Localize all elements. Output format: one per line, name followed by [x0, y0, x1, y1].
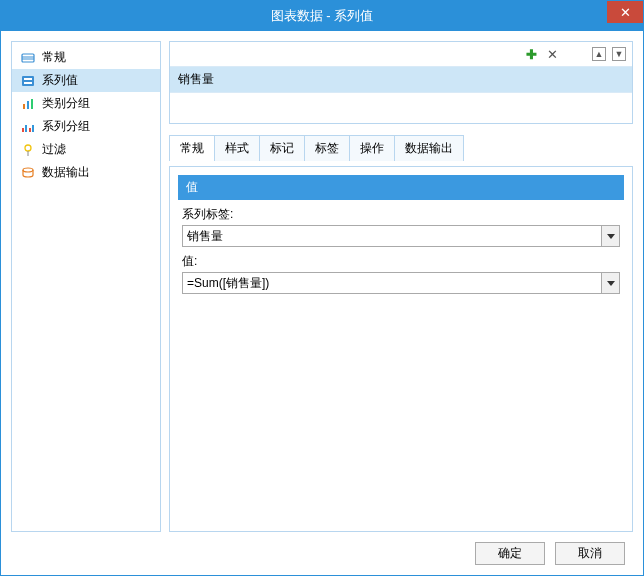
tab-action[interactable]: 操作 — [350, 135, 395, 161]
svg-rect-3 — [22, 76, 34, 86]
series-label-input[interactable] — [183, 226, 601, 246]
titlebar: 图表数据 - 系列值 ✕ — [1, 1, 643, 31]
sidebar-item-filter[interactable]: 过滤 — [12, 138, 160, 161]
field-value: 值: — [178, 253, 624, 294]
dialog-window: 图表数据 - 系列值 ✕ 常规 系列值 — [0, 0, 644, 576]
list-empty-area — [170, 93, 632, 123]
svg-rect-8 — [31, 99, 33, 109]
sidebar-item-label: 系列值 — [42, 72, 78, 89]
series-label-combo[interactable] — [182, 225, 620, 247]
tab-content: 值 系列标签: 值: — [169, 166, 633, 532]
section-header-value: 值 — [178, 175, 624, 200]
svg-rect-4 — [24, 78, 32, 80]
value-label: 值: — [182, 253, 620, 270]
svg-point-15 — [23, 168, 33, 172]
tab-label: 样式 — [225, 141, 249, 155]
cancel-button[interactable]: 取消 — [555, 542, 625, 565]
sidebar-item-data-output[interactable]: 数据输出 — [12, 161, 160, 184]
tab-label: 标记 — [270, 141, 294, 155]
category-group-icon — [20, 96, 36, 112]
delete-icon[interactable]: ✕ — [545, 47, 560, 62]
tabstrip: 常规 样式 标记 标签 操作 数据输出 — [169, 134, 633, 160]
value-input[interactable] — [183, 273, 601, 293]
sidebar-item-label: 系列分组 — [42, 118, 90, 135]
list-toolbar: ✚ ✕ ▲ ▼ — [170, 42, 632, 66]
svg-rect-6 — [23, 104, 25, 109]
dialog-body: 常规 系列值 类别分组 — [1, 31, 643, 575]
field-series-label: 系列标签: — [178, 206, 624, 247]
list-item-label: 销售量 — [178, 72, 214, 86]
series-label-label: 系列标签: — [182, 206, 620, 223]
series-list: ✚ ✕ ▲ ▼ 销售量 — [169, 41, 633, 124]
ok-button[interactable]: 确定 — [475, 542, 545, 565]
list-item[interactable]: 销售量 — [170, 66, 632, 93]
svg-rect-11 — [29, 128, 31, 132]
add-icon[interactable]: ✚ — [524, 47, 539, 62]
tab-label: 常规 — [180, 141, 204, 155]
sidebar-item-label: 类别分组 — [42, 95, 90, 112]
tab-label: 标签 — [315, 141, 339, 155]
svg-rect-0 — [22, 54, 34, 62]
chevron-down-icon — [607, 281, 615, 286]
tab-style[interactable]: 样式 — [215, 135, 260, 161]
general-icon — [20, 50, 36, 66]
sidebar-item-label: 过滤 — [42, 141, 66, 158]
titlebar-buttons: ✕ — [607, 1, 643, 31]
tab-labels[interactable]: 标签 — [305, 135, 350, 161]
series-values-icon — [20, 73, 36, 89]
chevron-down-icon — [607, 234, 615, 239]
sidebar-item-series-values[interactable]: 系列值 — [12, 69, 160, 92]
main-panel: ✚ ✕ ▲ ▼ 销售量 常规 样式 标记 标签 操作 — [169, 41, 633, 532]
series-label-dropdown-button[interactable] — [601, 226, 619, 246]
data-output-icon — [20, 165, 36, 181]
sidebar-item-label: 常规 — [42, 49, 66, 66]
workarea: 常规 系列值 类别分组 — [11, 41, 633, 532]
filter-icon — [20, 142, 36, 158]
svg-rect-10 — [25, 125, 27, 132]
sidebar: 常规 系列值 类别分组 — [11, 41, 161, 532]
svg-rect-5 — [24, 82, 32, 84]
close-button[interactable]: ✕ — [607, 1, 643, 23]
move-up-icon[interactable]: ▲ — [592, 47, 606, 61]
series-group-icon — [20, 119, 36, 135]
svg-point-13 — [25, 145, 31, 151]
tab-data-output[interactable]: 数据输出 — [395, 135, 464, 161]
value-dropdown-button[interactable] — [601, 273, 619, 293]
svg-rect-9 — [22, 128, 24, 132]
tab-label: 数据输出 — [405, 141, 453, 155]
tab-general[interactable]: 常规 — [169, 135, 215, 161]
svg-rect-12 — [32, 125, 34, 132]
tab-marker[interactable]: 标记 — [260, 135, 305, 161]
tab-label: 操作 — [360, 141, 384, 155]
value-combo[interactable] — [182, 272, 620, 294]
sidebar-item-category-group[interactable]: 类别分组 — [12, 92, 160, 115]
window-title: 图表数据 - 系列值 — [1, 7, 643, 25]
close-icon: ✕ — [620, 5, 631, 20]
dialog-footer: 确定 取消 — [11, 538, 633, 565]
sidebar-item-series-group[interactable]: 系列分组 — [12, 115, 160, 138]
sidebar-item-label: 数据输出 — [42, 164, 90, 181]
move-down-icon[interactable]: ▼ — [612, 47, 626, 61]
svg-rect-7 — [27, 101, 29, 109]
sidebar-item-general[interactable]: 常规 — [12, 46, 160, 69]
